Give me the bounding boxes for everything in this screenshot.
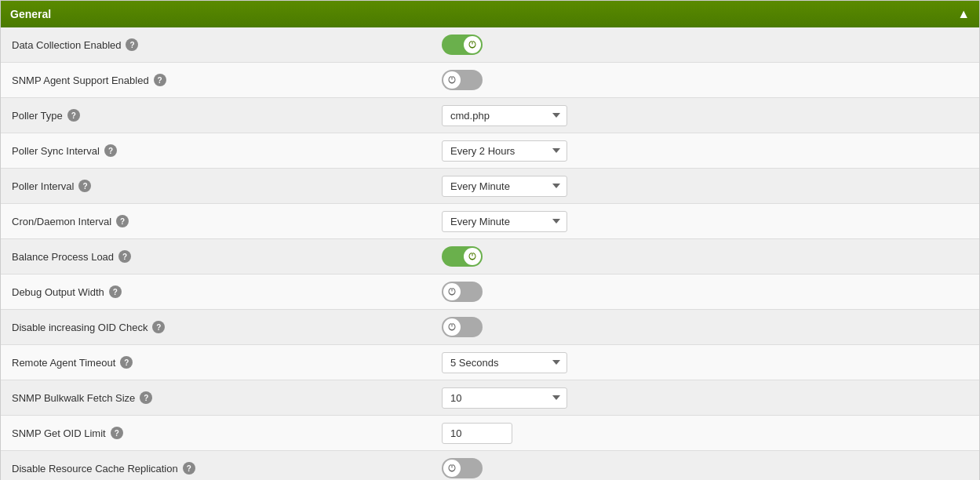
toggle-thumb-balance-process-load — [464, 248, 481, 265]
settings-row-snmp-agent-support-enabled: SNMP Agent Support Enabled? — [1, 63, 979, 98]
toggle-thumb-disable-resource-cache-replication — [443, 460, 461, 477]
label-snmp-bulkwalk-fetch-size: SNMP Bulkwalk Fetch Size? — [1, 384, 432, 412]
label-text-data-collection-enabled: Data Collection Enabled — [12, 39, 121, 51]
toggle-thumb-snmp-agent-support-enabled — [443, 71, 461, 89]
label-text-disable-increasing-oid-check: Disable increasing OID Check — [12, 322, 148, 333]
label-text-cron-daemon-interval: Cron/Daemon Interval — [12, 216, 111, 227]
label-debug-output-width: Debug Output Width? — [1, 278, 432, 306]
control-poller-type: cmd.phpspine — [432, 99, 979, 133]
control-snmp-bulkwalk-fetch-size: 51020304050 — [432, 381, 979, 415]
label-balance-process-load: Balance Process Load? — [1, 242, 432, 271]
settings-row-poller-type: Poller Type?cmd.phpspine — [1, 98, 979, 133]
settings-row-remote-agent-timeout: Remote Agent Timeout?1 Second2 Seconds3 … — [1, 345, 979, 380]
power-icon-disable-increasing-oid-check — [447, 322, 457, 332]
settings-row-disable-increasing-oid-check: Disable increasing OID Check? — [1, 310, 979, 345]
control-data-collection-enabled — [432, 28, 979, 61]
control-snmp-get-oid-limit — [432, 416, 979, 450]
toggle-disable-resource-cache-replication[interactable] — [442, 458, 483, 478]
label-poller-interval: Poller Interval? — [1, 172, 432, 200]
label-cron-daemon-interval: Cron/Daemon Interval? — [1, 207, 432, 235]
label-data-collection-enabled: Data Collection Enabled? — [1, 31, 432, 59]
settings-row-poller-sync-interval: Poller Sync Interval?Every HourEvery 2 H… — [1, 133, 979, 169]
control-poller-interval: Every MinuteEvery 5 MinutesEvery 10 Minu… — [432, 169, 979, 203]
toggle-data-collection-enabled[interactable] — [442, 35, 483, 55]
toggle-track-balance-process-load — [442, 246, 483, 267]
toggle-track-debug-output-width — [442, 282, 483, 302]
label-text-balance-process-load: Balance Process Load — [12, 251, 114, 263]
help-icon-data-collection-enabled[interactable]: ? — [126, 38, 138, 51]
collapse-icon[interactable]: ▲ — [957, 7, 970, 21]
settings-body: Data Collection Enabled?SNMP Agent Suppo… — [1, 27, 979, 480]
panel-header: General ▲ — [1, 1, 979, 27]
help-icon-disable-resource-cache-replication[interactable]: ? — [183, 462, 195, 475]
label-poller-type: Poller Type? — [1, 101, 432, 129]
help-icon-snmp-agent-support-enabled[interactable]: ? — [154, 74, 166, 86]
label-text-disable-resource-cache-replication: Disable Resource Cache Replication — [12, 463, 178, 475]
label-text-remote-agent-timeout: Remote Agent Timeout — [12, 357, 115, 369]
control-snmp-agent-support-enabled — [432, 64, 979, 96]
help-icon-remote-agent-timeout[interactable]: ? — [120, 356, 133, 369]
help-icon-cron-daemon-interval[interactable]: ? — [116, 215, 129, 227]
help-icon-poller-sync-interval[interactable]: ? — [104, 144, 117, 157]
help-icon-poller-type[interactable]: ? — [67, 109, 80, 122]
toggle-track-disable-resource-cache-replication — [442, 458, 483, 478]
settings-row-poller-interval: Poller Interval?Every MinuteEvery 5 Minu… — [1, 169, 979, 204]
toggle-thumb-data-collection-enabled — [464, 36, 481, 53]
toggle-disable-increasing-oid-check[interactable] — [442, 317, 483, 337]
help-icon-snmp-bulkwalk-fetch-size[interactable]: ? — [140, 391, 152, 404]
label-text-poller-type: Poller Type — [12, 110, 63, 122]
help-icon-poller-interval[interactable]: ? — [78, 180, 91, 192]
select-poller-interval[interactable]: Every MinuteEvery 5 MinutesEvery 10 Minu… — [442, 176, 567, 197]
power-icon-snmp-agent-support-enabled — [447, 75, 457, 85]
settings-row-debug-output-width: Debug Output Width? — [1, 275, 979, 310]
control-remote-agent-timeout: 1 Second2 Seconds3 Seconds4 Seconds5 Sec… — [432, 346, 979, 380]
toggle-debug-output-width[interactable] — [442, 282, 483, 302]
power-icon-balance-process-load — [468, 252, 477, 261]
settings-row-balance-process-load: Balance Process Load? — [1, 239, 979, 275]
select-poller-type[interactable]: cmd.phpspine — [442, 105, 567, 126]
general-panel: General ▲ Data Collection Enabled?SNMP A… — [0, 0, 980, 480]
label-text-snmp-bulkwalk-fetch-size: SNMP Bulkwalk Fetch Size — [12, 392, 135, 404]
help-icon-debug-output-width[interactable]: ? — [109, 285, 122, 298]
label-disable-resource-cache-replication: Disable Resource Cache Replication? — [1, 454, 432, 480]
toggle-thumb-disable-increasing-oid-check — [443, 318, 461, 336]
label-poller-sync-interval: Poller Sync Interval? — [1, 136, 432, 165]
control-cron-daemon-interval: Every MinuteEvery 5 MinutesEvery 10 Minu… — [432, 205, 979, 238]
toggle-thumb-debug-output-width — [443, 283, 461, 300]
label-text-snmp-get-oid-limit: SNMP Get OID Limit — [12, 427, 106, 439]
settings-row-snmp-bulkwalk-fetch-size: SNMP Bulkwalk Fetch Size?51020304050 — [1, 380, 979, 416]
power-icon-debug-output-width — [447, 287, 457, 296]
label-text-snmp-agent-support-enabled: SNMP Agent Support Enabled — [12, 75, 149, 86]
panel-title: General — [10, 8, 51, 20]
control-disable-resource-cache-replication — [432, 452, 979, 480]
control-balance-process-load — [432, 240, 979, 273]
select-cron-daemon-interval[interactable]: Every MinuteEvery 5 MinutesEvery 10 Minu… — [442, 211, 567, 232]
select-poller-sync-interval[interactable]: Every HourEvery 2 HoursEvery 4 HoursEver… — [442, 140, 567, 162]
power-icon-data-collection-enabled — [468, 40, 477, 49]
settings-row-cron-daemon-interval: Cron/Daemon Interval?Every MinuteEvery 5… — [1, 204, 979, 239]
control-disable-increasing-oid-check — [432, 311, 979, 344]
help-icon-balance-process-load[interactable]: ? — [118, 250, 131, 263]
toggle-track-data-collection-enabled — [442, 35, 483, 55]
label-snmp-get-oid-limit: SNMP Get OID Limit? — [1, 419, 432, 447]
toggle-balance-process-load[interactable] — [442, 246, 483, 267]
settings-row-disable-resource-cache-replication: Disable Resource Cache Replication? — [1, 451, 979, 480]
label-snmp-agent-support-enabled: SNMP Agent Support Enabled? — [1, 66, 432, 94]
settings-row-data-collection-enabled: Data Collection Enabled? — [1, 27, 979, 63]
control-poller-sync-interval: Every HourEvery 2 HoursEvery 4 HoursEver… — [432, 134, 979, 168]
select-remote-agent-timeout[interactable]: 1 Second2 Seconds3 Seconds4 Seconds5 Sec… — [442, 352, 567, 373]
input-snmp-get-oid-limit[interactable] — [442, 423, 512, 444]
power-icon-disable-resource-cache-replication — [447, 464, 457, 473]
label-disable-increasing-oid-check: Disable increasing OID Check? — [1, 313, 432, 341]
label-remote-agent-timeout: Remote Agent Timeout? — [1, 348, 432, 376]
control-debug-output-width — [432, 275, 979, 308]
toggle-track-disable-increasing-oid-check — [442, 317, 483, 337]
toggle-snmp-agent-support-enabled[interactable] — [442, 70, 483, 90]
help-icon-snmp-get-oid-limit[interactable]: ? — [111, 427, 123, 439]
select-snmp-bulkwalk-fetch-size[interactable]: 51020304050 — [442, 387, 567, 409]
label-text-poller-interval: Poller Interval — [12, 180, 74, 192]
toggle-track-snmp-agent-support-enabled — [442, 70, 483, 90]
help-icon-disable-increasing-oid-check[interactable]: ? — [152, 321, 165, 333]
settings-row-snmp-get-oid-limit: SNMP Get OID Limit? — [1, 416, 979, 451]
label-text-debug-output-width: Debug Output Width — [12, 286, 104, 298]
